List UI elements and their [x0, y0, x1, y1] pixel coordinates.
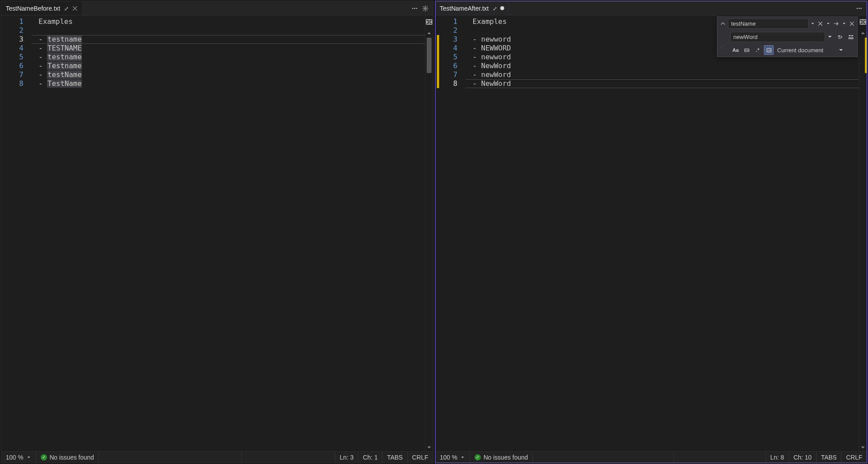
- scroll-up-icon[interactable]: [425, 29, 433, 37]
- resize-handle-icon[interactable]: ⋰: [719, 44, 725, 49]
- editor-tab[interactable]: TestNameAfter.txt: [436, 1, 509, 15]
- search-scope-label: Current document: [777, 47, 834, 54]
- code-editor[interactable]: 12345678Examples- newword- NEWWORD- neww…: [436, 15, 859, 451]
- check-circle-icon: ✓: [475, 454, 481, 460]
- replace-input[interactable]: [730, 32, 825, 42]
- code-content[interactable]: Examples- newword- NEWWORD- newword- New…: [466, 17, 859, 451]
- use-regex-toggle[interactable]: .*: [753, 45, 763, 55]
- pin-icon[interactable]: [63, 5, 69, 12]
- change-gutter: [436, 17, 440, 451]
- svg-point-0: [412, 8, 413, 8]
- find-replace-panel: b⋰Aa.*ABCurrent document: [717, 16, 858, 57]
- hscroll-left-icon[interactable]: [664, 452, 674, 463]
- clear-search-icon[interactable]: [817, 19, 824, 28]
- tab-filename: TestNameAfter.txt: [440, 5, 489, 12]
- scrollbar-thumb[interactable]: [427, 38, 432, 73]
- search-input[interactable]: [728, 19, 809, 29]
- editor-pane-left: TestNameBefore.txt12345678Examples- test…: [1, 1, 433, 463]
- issues-indicator[interactable]: ✓No issues found: [470, 452, 533, 463]
- search-scope-dropdown-icon[interactable]: [837, 45, 845, 55]
- cursor-line[interactable]: Ln: 3: [335, 452, 358, 463]
- editor-tab[interactable]: TestNameBefore.txt: [1, 1, 83, 15]
- tab-bar: TestNameAfter.txt: [436, 1, 867, 15]
- close-tab-icon[interactable]: [72, 5, 78, 12]
- indent-mode[interactable]: TABS: [382, 452, 408, 463]
- split-window-icon[interactable]: [425, 15, 433, 28]
- hscroll-right-icon[interactable]: [756, 452, 766, 463]
- gear-icon[interactable]: [420, 4, 430, 13]
- svg-text:AB: AB: [767, 48, 771, 51]
- line-numbers: 12345678: [440, 17, 466, 451]
- code-line[interactable]: - Testname: [39, 62, 425, 70]
- status-bar: 100 %✓No issues foundLn: 3Ch: 1TABSCRLF: [1, 451, 433, 463]
- svg-text:b: b: [838, 37, 840, 39]
- code-line[interactable]: [39, 26, 425, 35]
- hscroll-right-icon[interactable]: [326, 452, 335, 463]
- search-options-dropdown-icon[interactable]: [825, 19, 831, 28]
- scroll-down-icon[interactable]: [859, 443, 867, 451]
- replace-history-dropdown-icon[interactable]: [826, 32, 833, 42]
- replace-next-icon[interactable]: b: [835, 32, 845, 42]
- more-options-icon[interactable]: [854, 4, 864, 13]
- svg-point-1: [414, 8, 415, 8]
- svg-point-6: [859, 8, 860, 8]
- check-circle-icon: ✓: [41, 454, 47, 460]
- split-window-icon[interactable]: [859, 15, 867, 28]
- vertical-scrollbar[interactable]: [859, 15, 867, 451]
- code-line[interactable]: - NewWord: [473, 62, 859, 70]
- code-line[interactable]: - testname: [39, 35, 425, 44]
- svg-point-5: [856, 8, 857, 8]
- search-scope-selector[interactable]: Current document: [775, 45, 836, 55]
- code-line[interactable]: - TestName: [39, 79, 425, 88]
- code-editor[interactable]: 12345678Examples- testname- TESTNAME- te…: [1, 15, 425, 451]
- find-next-icon[interactable]: [833, 19, 840, 28]
- svg-point-7: [860, 8, 861, 8]
- line-ending[interactable]: CRLF: [408, 452, 433, 463]
- code-line[interactable]: - testName: [39, 70, 425, 79]
- vertical-scrollbar[interactable]: [425, 15, 433, 451]
- search-history-dropdown-icon[interactable]: [810, 19, 815, 28]
- more-options-icon[interactable]: [410, 4, 420, 13]
- preserve-case-toggle[interactable]: AB: [764, 45, 774, 55]
- line-numbers: 12345678: [6, 17, 31, 451]
- replace-all-icon[interactable]: [846, 32, 856, 42]
- line-ending[interactable]: CRLF: [841, 452, 867, 463]
- status-bar: 100 %✓No issues foundLn: 8Ch: 10TABSCRLF: [436, 451, 867, 463]
- code-line[interactable]: - newWord: [473, 70, 859, 79]
- collapse-panel-icon[interactable]: [719, 19, 727, 28]
- code-line[interactable]: - testname: [39, 53, 425, 62]
- code-line[interactable]: Examples: [39, 17, 425, 26]
- match-whole-word-toggle[interactable]: [742, 45, 751, 55]
- svg-point-3: [424, 8, 426, 9]
- hscroll-left-icon[interactable]: [232, 452, 242, 463]
- scroll-down-icon[interactable]: [425, 443, 433, 451]
- pin-icon[interactable]: [491, 5, 498, 12]
- match-case-toggle[interactable]: Aa: [731, 45, 740, 55]
- indent-mode[interactable]: TABS: [817, 452, 842, 463]
- zoom-level[interactable]: 100 %: [1, 452, 36, 463]
- cursor-column[interactable]: Ch: 1: [358, 452, 382, 463]
- close-panel-icon[interactable]: [848, 19, 856, 28]
- cursor-column[interactable]: Ch: 10: [789, 452, 817, 463]
- tab-bar: TestNameBefore.txt: [1, 1, 433, 15]
- code-line[interactable]: - NewWord: [473, 79, 859, 88]
- editor-pane-right: TestNameAfter.txt12345678Examples- newwo…: [435, 1, 868, 463]
- scroll-up-icon[interactable]: [859, 29, 867, 37]
- cursor-line[interactable]: Ln: 8: [766, 452, 789, 463]
- find-direction-dropdown-icon[interactable]: [841, 19, 847, 28]
- zoom-level[interactable]: 100 %: [436, 452, 471, 463]
- dirty-indicator-icon: [500, 6, 504, 10]
- tab-filename: TestNameBefore.txt: [6, 5, 60, 12]
- svg-point-2: [416, 8, 417, 8]
- issues-indicator[interactable]: ✓No issues found: [36, 452, 99, 463]
- code-line[interactable]: - TESTNAME: [39, 44, 425, 53]
- code-content[interactable]: Examples- testname- TESTNAME- testname- …: [31, 17, 425, 451]
- change-overview-marker: [865, 38, 867, 73]
- change-gutter: [1, 17, 6, 451]
